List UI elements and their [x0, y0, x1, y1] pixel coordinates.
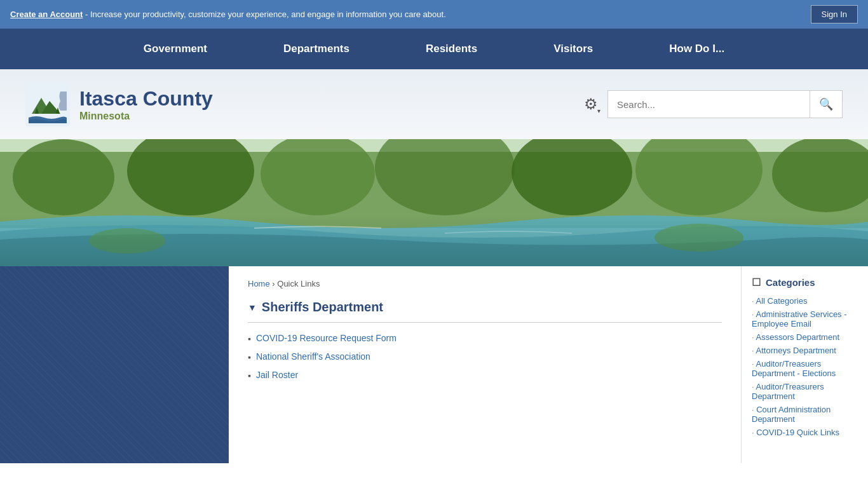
- site-logo-icon: [25, 82, 70, 126]
- sign-in-button[interactable]: Sign In: [811, 5, 858, 24]
- content-wrapper: Home › Quick Links ▼ Sheriffs Department…: [0, 266, 868, 463]
- list-item: Administrative Services - Employee Email: [752, 309, 858, 329]
- search-input[interactable]: [608, 91, 810, 118]
- search-box: 🔍: [607, 90, 843, 118]
- link-covid[interactable]: COVID-19 Resource Request Form: [256, 333, 397, 343]
- list-item: All Categories: [752, 296, 858, 306]
- svg-point-7: [13, 139, 114, 215]
- settings-icon-wrapper[interactable]: ⚙ ▾: [584, 95, 598, 113]
- breadcrumb-current: Quick Links: [277, 279, 320, 288]
- right-sidebar: ☐ Categories All Categories Administrati…: [741, 266, 868, 463]
- collapse-icon[interactable]: ▼: [248, 302, 257, 313]
- logo-area: Itasca County Minnesota: [25, 82, 213, 126]
- svg-point-14: [89, 228, 165, 254]
- section-header: ▼ Sheriffs Department: [248, 300, 722, 315]
- cat-attorneys[interactable]: Attorneys Department: [756, 346, 836, 355]
- create-account-link[interactable]: Create an Account: [10, 10, 83, 19]
- list-item: Auditor/Treasurers Department: [752, 382, 858, 401]
- categories-icon: ☐: [752, 276, 761, 288]
- section-divider: [248, 322, 722, 323]
- site-header: Itasca County Minnesota ⚙ ▾ 🔍: [0, 69, 868, 139]
- list-item: Auditor/Treasuers Department - Elections: [752, 359, 858, 378]
- links-list: COVID-19 Resource Request Form National …: [248, 333, 722, 381]
- categories-header: ☐ Categories: [752, 276, 858, 288]
- cat-auditor-elections[interactable]: Auditor/Treasuers Department - Elections: [752, 359, 836, 378]
- nav-departments[interactable]: Departments: [245, 29, 388, 69]
- nav-how-do-i[interactable]: How Do I...: [631, 29, 763, 69]
- section-title: Sheriffs Department: [262, 300, 383, 315]
- list-item: Jail Roster: [248, 370, 722, 381]
- search-area: ⚙ ▾ 🔍: [584, 90, 843, 118]
- search-icon: 🔍: [819, 98, 833, 111]
- list-item: National Sheriff's Association: [248, 351, 722, 362]
- cat-assessors[interactable]: Assessors Department: [756, 332, 840, 342]
- top-bar-message: Create an Account - Increase your produc…: [10, 10, 446, 19]
- category-list: All Categories Administrative Services -…: [752, 296, 858, 437]
- top-bar: Create an Account - Increase your produc…: [0, 0, 868, 29]
- site-title: Itasca County: [79, 87, 213, 111]
- cat-auditor-treasurers[interactable]: Auditor/Treasurers Department: [752, 382, 824, 401]
- logo-text: Itasca County Minnesota: [79, 87, 213, 122]
- link-jail[interactable]: Jail Roster: [256, 370, 298, 380]
- categories-title: Categories: [766, 277, 815, 288]
- hero-image: [0, 139, 868, 266]
- svg-point-15: [654, 224, 743, 252]
- list-item: Court Administration Department: [752, 405, 858, 424]
- list-item: COVID-19 Quick Links: [752, 428, 858, 437]
- cat-covid[interactable]: COVID-19 Quick Links: [756, 428, 839, 437]
- left-sidebar: [0, 266, 229, 463]
- cat-court[interactable]: Court Administration Department: [752, 405, 831, 424]
- breadcrumb-home[interactable]: Home: [248, 279, 270, 288]
- cat-admin[interactable]: Administrative Services - Employee Email: [752, 309, 847, 329]
- nav-government[interactable]: Government: [105, 29, 245, 69]
- top-bar-text: - Increase your productivity, customize …: [85, 10, 446, 19]
- list-item: Attorneys Department: [752, 346, 858, 355]
- link-sheriffs[interactable]: National Sheriff's Association: [256, 351, 370, 362]
- gear-icon: ⚙: [584, 95, 598, 112]
- breadcrumb: Home › Quick Links: [248, 279, 722, 288]
- list-item: COVID-19 Resource Request Form: [248, 333, 722, 344]
- nav-residents[interactable]: Residents: [388, 29, 515, 69]
- gear-badge: ▾: [597, 107, 600, 114]
- main-navigation: Government Departments Residents Visitor…: [0, 29, 868, 69]
- list-item: Assessors Department: [752, 332, 858, 342]
- site-subtitle: Minnesota: [79, 111, 213, 122]
- nav-visitors[interactable]: Visitors: [515, 29, 631, 69]
- search-button[interactable]: 🔍: [810, 91, 842, 118]
- main-content: Home › Quick Links ▼ Sheriffs Department…: [229, 266, 741, 463]
- cat-all[interactable]: All Categories: [756, 296, 808, 306]
